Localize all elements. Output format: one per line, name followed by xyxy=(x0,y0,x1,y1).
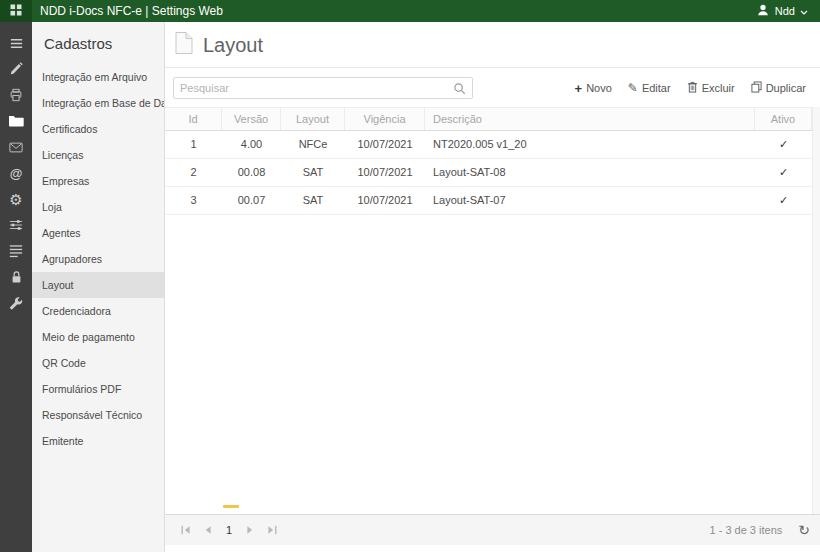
first-page-button[interactable] xyxy=(175,519,197,541)
sidebar-title: Cadastros xyxy=(32,22,164,64)
page-header: Layout xyxy=(165,22,820,68)
sidebar-item-responsavel-tecnico[interactable]: Responsável Técnico xyxy=(32,402,164,428)
column-header-id[interactable]: Id xyxy=(165,108,222,130)
cell-id: 3 xyxy=(165,187,222,214)
user-avatar-icon xyxy=(756,3,770,19)
data-grid: Id Versão Layout Vigência Descrição Ativ… xyxy=(165,107,820,514)
sidebar-item-empresas[interactable]: Empresas xyxy=(32,168,164,194)
sidebar-item-qr-code[interactable]: QR Code xyxy=(32,350,164,376)
cell-vigencia: 10/07/2021 xyxy=(345,159,425,186)
plus-icon: + xyxy=(575,82,583,95)
sidebar-item-integracao-base-dados[interactable]: Integração em Base de Dados xyxy=(32,90,164,116)
chevron-down-icon xyxy=(800,5,808,17)
topbar: NDD i-Docs NFC-e | Settings Web Ndd xyxy=(0,0,820,22)
sidebar-item-credenciadora[interactable]: Credenciadora xyxy=(32,298,164,324)
column-header-vigencia[interactable]: Vigência xyxy=(345,108,425,130)
folder-cadastros-icon[interactable] xyxy=(0,108,32,134)
sidebar-cadastros: Cadastros Integração em Arquivo Integraç… xyxy=(32,22,164,552)
sidebar-item-agrupadores[interactable]: Agrupadores xyxy=(32,246,164,272)
mention-at-icon[interactable]: @ xyxy=(0,160,32,186)
document-icon xyxy=(173,31,195,59)
sidebar-item-emitente[interactable]: Emitente xyxy=(32,428,164,454)
new-button-label: Novo xyxy=(586,82,612,94)
sidebar-item-licencas[interactable]: Licenças xyxy=(32,142,164,168)
cell-versao: 4.00 xyxy=(222,131,281,158)
edit-button[interactable]: ✎ Editar xyxy=(628,82,671,94)
user-name: Ndd xyxy=(775,5,795,17)
pager: 1 1 - 3 de 3 itens ↻ xyxy=(165,514,820,545)
cell-layout: SAT xyxy=(281,159,345,186)
apps-grid-icon xyxy=(10,2,22,20)
pager-right: 1 - 3 de 3 itens ↻ xyxy=(709,523,810,537)
column-header-descricao[interactable]: Descrição xyxy=(425,108,755,130)
toolbar-actions: + Novo ✎ Editar Excluir xyxy=(575,81,812,95)
cell-descricao: Layout-SAT-08 xyxy=(425,159,755,186)
search-box xyxy=(173,77,473,99)
page-title: Layout xyxy=(203,34,263,57)
pager-info: 1 - 3 de 3 itens xyxy=(709,524,782,536)
sidebar-item-agentes[interactable]: Agentes xyxy=(32,220,164,246)
grid-header-row: Id Versão Layout Vigência Descrição Ativ… xyxy=(165,107,812,131)
icon-strip: @ ⚙ xyxy=(0,22,32,552)
refresh-icon[interactable]: ↻ xyxy=(798,523,810,537)
list-rows-icon[interactable] xyxy=(0,238,32,264)
delete-button-label: Excluir xyxy=(702,82,735,94)
user-menu[interactable]: Ndd xyxy=(756,3,808,19)
settings-gear-icon[interactable]: ⚙ xyxy=(0,186,32,212)
column-header-versao[interactable]: Versão xyxy=(222,108,281,130)
cell-descricao: NT2020.005 v1_20 xyxy=(425,131,755,158)
active-check-icon: ✓ xyxy=(755,159,812,186)
column-header-ativo[interactable]: Ativo xyxy=(755,108,812,130)
duplicate-button[interactable]: Duplicar xyxy=(751,81,806,95)
mail-icon[interactable] xyxy=(0,134,32,160)
apps-menu-button[interactable] xyxy=(0,0,32,22)
cell-id: 2 xyxy=(165,159,222,186)
design-pen-icon[interactable] xyxy=(0,56,32,82)
cell-descricao: Layout-SAT-07 xyxy=(425,187,755,214)
grid-scrollbar[interactable] xyxy=(812,107,820,514)
sidebar-item-layout[interactable]: Layout xyxy=(32,272,164,298)
table-row-3[interactable]: 3 00.07 SAT 10/07/2021 Layout-SAT-07 ✓ xyxy=(165,187,812,215)
delete-button[interactable]: Excluir xyxy=(687,81,735,95)
body: @ ⚙ Cadastros Integração em Arquivo Inte… xyxy=(0,22,820,552)
sidebar-item-meio-pagamento[interactable]: Meio de pagamento xyxy=(32,324,164,350)
sliders-icon[interactable] xyxy=(0,212,32,238)
cell-layout: NFCe xyxy=(281,131,345,158)
duplicate-button-label: Duplicar xyxy=(766,82,806,94)
loading-indicator xyxy=(223,505,239,508)
search-icon[interactable] xyxy=(453,82,472,95)
table-row-2[interactable]: 2 00.08 SAT 10/07/2021 Layout-SAT-08 ✓ xyxy=(165,159,812,187)
active-check-icon: ✓ xyxy=(755,131,812,158)
app-window: NDD i-Docs NFC-e | Settings Web Ndd xyxy=(0,0,820,552)
last-page-button[interactable] xyxy=(261,519,283,541)
copy-icon xyxy=(751,81,762,95)
sidebar-item-integracao-arquivo[interactable]: Integração em Arquivo xyxy=(32,64,164,90)
cell-vigencia: 10/07/2021 xyxy=(345,187,425,214)
trash-icon xyxy=(687,81,698,95)
column-header-layout[interactable]: Layout xyxy=(281,108,345,130)
sidebar-item-formularios-pdf[interactable]: Formulários PDF xyxy=(32,376,164,402)
sidebar-item-certificados[interactable]: Certificados xyxy=(32,116,164,142)
table-row-1[interactable]: 1 4.00 NFCe 10/07/2021 NT2020.005 v1_20 … xyxy=(165,131,812,159)
app-title: NDD i-Docs NFC-e | Settings Web xyxy=(40,4,223,18)
tools-wrench-icon[interactable] xyxy=(0,290,32,316)
menu-icon[interactable] xyxy=(0,30,32,56)
pencil-icon: ✎ xyxy=(628,82,638,94)
page-number[interactable]: 1 xyxy=(219,520,239,540)
active-check-icon: ✓ xyxy=(755,187,812,214)
new-button[interactable]: + Novo xyxy=(575,82,612,95)
cell-versao: 00.08 xyxy=(222,159,281,186)
edit-button-label: Editar xyxy=(642,82,671,94)
search-input[interactable] xyxy=(174,82,453,94)
bottom-strip xyxy=(165,545,820,552)
cell-layout: SAT xyxy=(281,187,345,214)
toolbar: + Novo ✎ Editar Excluir xyxy=(165,68,820,107)
prev-page-button[interactable] xyxy=(197,519,219,541)
cell-vigencia: 10/07/2021 xyxy=(345,131,425,158)
sidebar-item-loja[interactable]: Loja xyxy=(32,194,164,220)
lock-icon[interactable] xyxy=(0,264,32,290)
next-page-button[interactable] xyxy=(239,519,261,541)
main-content: Layout + Novo ✎ Editar xyxy=(164,22,820,552)
cell-versao: 00.07 xyxy=(222,187,281,214)
printer-icon[interactable] xyxy=(0,82,32,108)
